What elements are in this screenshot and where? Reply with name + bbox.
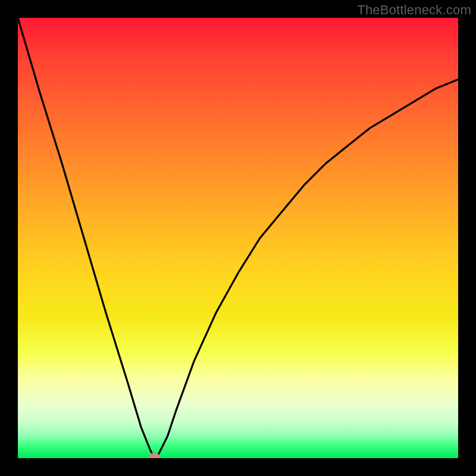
plot-area <box>18 18 458 458</box>
bottleneck-curve <box>18 18 458 458</box>
watermark-text: TheBottleneck.com <box>357 2 471 18</box>
chart-frame: TheBottleneck.com <box>0 0 476 476</box>
